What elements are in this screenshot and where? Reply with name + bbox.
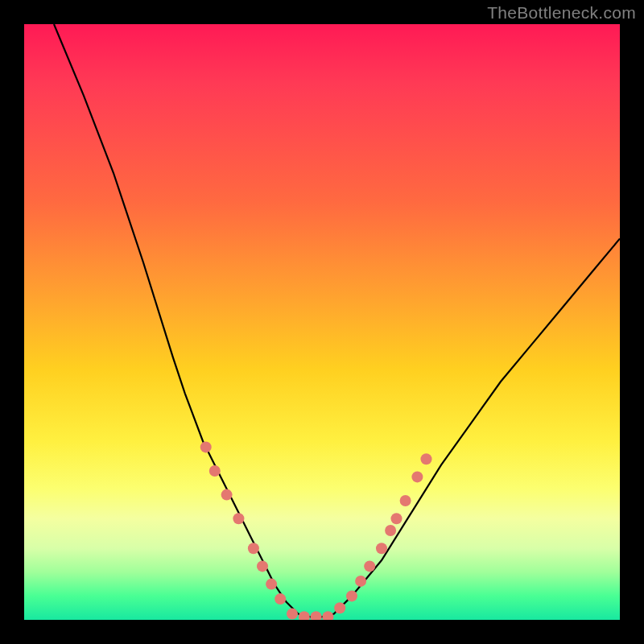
data-marker [385, 525, 396, 536]
data-marker [257, 560, 268, 572]
watermark-text: TheBottleneck.com [487, 3, 636, 23]
data-marker [391, 513, 402, 524]
data-marker [200, 441, 212, 452]
chart-frame: TheBottleneck.com [0, 0, 644, 644]
data-marker [421, 453, 432, 464]
data-marker [233, 513, 244, 524]
data-marker [411, 471, 423, 482]
data-marker [355, 576, 366, 587]
data-marker [209, 465, 221, 477]
data-marker [322, 611, 333, 620]
marker-group [200, 441, 432, 620]
data-marker [376, 543, 387, 554]
data-marker [400, 495, 411, 506]
plot-area [24, 24, 620, 620]
data-marker [266, 579, 277, 590]
bottleneck-curve [54, 24, 620, 617]
data-marker [334, 602, 345, 613]
chart-svg [24, 24, 620, 620]
data-marker [346, 590, 357, 601]
data-marker [364, 560, 375, 572]
data-marker [287, 609, 298, 620]
data-marker [221, 489, 233, 501]
data-marker [275, 593, 286, 605]
data-marker [248, 543, 259, 554]
data-marker [299, 611, 310, 620]
data-marker [311, 611, 322, 620]
